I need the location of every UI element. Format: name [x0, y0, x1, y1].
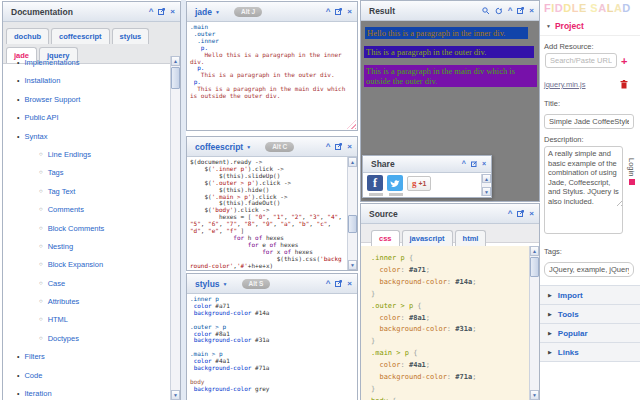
doc-item: •Implementations: [3, 58, 169, 76]
share-buttons: f g +1: [367, 175, 431, 191]
doc-item: ○Comments: [3, 205, 169, 223]
accordion-popular[interactable]: ▶Popular: [540, 323, 640, 342]
doc-tab-stylus[interactable]: stylus: [112, 28, 150, 44]
popout-icon[interactable]: [471, 161, 477, 167]
popout-icon[interactable]: [517, 210, 524, 217]
collapse-icon[interactable]: ^: [508, 7, 513, 15]
google-plusone-button[interactable]: g +1: [407, 176, 431, 191]
popout-icon[interactable]: [335, 280, 342, 287]
source-tab-css[interactable]: css: [371, 230, 400, 246]
doc-link[interactable]: Case: [48, 279, 66, 288]
resource-link[interactable]: jquery.min.js: [544, 80, 586, 89]
accordion-links[interactable]: ▶Links: [540, 342, 640, 362]
doc-link[interactable]: Attributes: [48, 297, 80, 306]
share-title: Share: [363, 159, 395, 169]
collapse-icon[interactable]: ^: [508, 210, 513, 218]
bullet-icon: ○: [39, 187, 43, 196]
source-tab-html[interactable]: html: [455, 230, 487, 246]
code-line: This is a paragraph in the outer div.: [190, 72, 355, 79]
scroll-up-icon[interactable]: ▲: [171, 56, 180, 66]
doc-link[interactable]: Public API: [24, 113, 58, 122]
accordion-tools[interactable]: ▶Tools: [540, 304, 640, 323]
doc-link[interactable]: Line Endings: [48, 150, 91, 159]
accordion-import[interactable]: ▶Import: [540, 285, 640, 304]
popout-icon[interactable]: [335, 143, 342, 150]
title-label: Title:: [544, 99, 640, 108]
doc-link[interactable]: Browser Support: [24, 95, 80, 104]
tags-input[interactable]: [544, 262, 634, 277]
doc-link[interactable]: Nesting: [48, 242, 73, 251]
close-icon[interactable]: ×: [347, 143, 352, 151]
doc-item: ○Case: [3, 279, 169, 297]
code-line: background-color #31a: [190, 337, 355, 344]
doc-link[interactable]: Installation: [24, 76, 60, 85]
doc-link[interactable]: Comments: [48, 205, 84, 214]
doc-link[interactable]: Doctypes: [48, 334, 79, 343]
scroll-down-icon[interactable]: ▼: [348, 260, 357, 270]
doc-tab-dochub[interactable]: dochub: [6, 28, 49, 44]
close-icon[interactable]: ×: [170, 8, 175, 16]
scroll-up-icon[interactable]: ▲: [530, 246, 539, 256]
scroll-up-icon[interactable]: ▲: [348, 157, 357, 167]
doc-link[interactable]: Syntax: [24, 132, 47, 141]
code-line: .main > p {: [371, 348, 529, 360]
scroll-up-icon[interactable]: ▲: [482, 174, 491, 183]
doc-link[interactable]: Tag Text: [48, 187, 76, 196]
coffeescript-title[interactable]: coffeescript: [187, 142, 243, 152]
popout-icon[interactable]: [335, 8, 342, 15]
jade-code[interactable]: .main .outer .inner p. Hello this is a p…: [187, 22, 357, 130]
source-tab-javascript[interactable]: javascript: [402, 230, 453, 246]
twitter-button[interactable]: [387, 175, 403, 191]
delete-resource-icon[interactable]: [620, 75, 628, 93]
collapse-icon[interactable]: ^: [326, 8, 331, 16]
code-line: color: #8a1;: [371, 313, 529, 325]
description-textarea[interactable]: A really simple and basic example of the…: [544, 146, 623, 234]
doc-link[interactable]: HTML: [48, 315, 68, 324]
collapse-icon[interactable]: ^: [326, 143, 331, 151]
close-icon[interactable]: ×: [529, 210, 534, 218]
refresh-icon[interactable]: [495, 7, 503, 15]
doc-link[interactable]: Iteration: [24, 389, 51, 398]
bullet-icon: ○: [39, 242, 43, 251]
stylus-code[interactable]: .inner p color #a71 background-color #14…: [187, 294, 357, 400]
code-line: This is a paragraph in the main div whic…: [190, 86, 355, 100]
doc-item: ○Nesting: [3, 242, 169, 260]
close-icon[interactable]: ×: [347, 280, 352, 288]
doc-link[interactable]: Block Expansion: [48, 260, 103, 269]
popout-icon[interactable]: [517, 7, 524, 14]
project-accordion-header[interactable]: ▼ Project: [540, 14, 640, 36]
scroll-down-icon[interactable]: ▼: [171, 390, 180, 400]
accordion-label: Import: [558, 291, 583, 300]
close-icon[interactable]: ×: [529, 7, 534, 15]
close-icon[interactable]: ×: [482, 160, 486, 168]
doc-link[interactable]: Filters: [24, 352, 44, 361]
collapse-icon[interactable]: ^: [149, 8, 154, 16]
resource-url-input[interactable]: [545, 53, 617, 68]
share-scrollbar[interactable]: ▲ ▼: [481, 174, 490, 196]
doc-tab-coffeescript[interactable]: coffeescript: [51, 28, 110, 44]
stylus-title[interactable]: stylus: [187, 279, 220, 289]
code-line: Hello this is a paragraph in the inner d…: [190, 52, 355, 66]
zoom-icon[interactable]: [482, 7, 490, 15]
popout-icon[interactable]: [158, 8, 165, 15]
add-resource-button[interactable]: +: [621, 56, 627, 66]
jade-title[interactable]: jade: [187, 7, 212, 17]
bullet-icon: ○: [39, 297, 43, 306]
close-icon[interactable]: ×: [347, 8, 352, 16]
documentation-scrollbar[interactable]: ▲ ▼: [170, 56, 180, 400]
collapse-icon[interactable]: ^: [326, 280, 331, 288]
jade-header: jade ▼ Alt J ^ ×: [187, 2, 357, 22]
doc-link[interactable]: Code: [24, 371, 42, 380]
facebook-button[interactable]: f: [367, 175, 383, 191]
login-tab[interactable]: Login: [627, 158, 636, 185]
coffeescript-scrollbar[interactable]: ▲ ▼: [347, 157, 357, 270]
coffeescript-code[interactable]: $(document).ready -> $('.inner p').click…: [187, 157, 347, 270]
source-scrollbar[interactable]: ▲ ▼: [529, 246, 539, 400]
doc-link[interactable]: Tags: [48, 168, 64, 177]
doc-link[interactable]: Implementations: [24, 58, 79, 67]
title-input[interactable]: [544, 114, 634, 129]
scroll-down-icon[interactable]: ▼: [482, 187, 491, 196]
collapse-icon[interactable]: ^: [462, 160, 466, 168]
doc-link[interactable]: Block Comments: [48, 224, 105, 233]
scroll-down-icon[interactable]: ▼: [530, 390, 539, 400]
